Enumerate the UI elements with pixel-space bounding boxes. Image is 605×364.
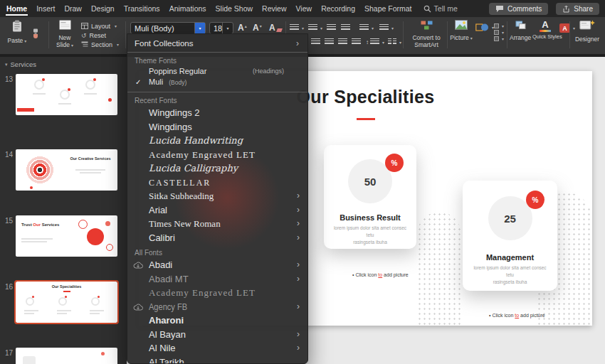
card-management[interactable]: 25 % Management lorem ipsum dolor sita a… [463, 181, 557, 291]
increase-indent-button[interactable] [341, 24, 350, 31]
card-body-line1: lorem ipsum dolor sita amet consec tetu [470, 264, 550, 279]
decrease-indent-button[interactable] [327, 24, 336, 31]
tab-shape-format[interactable]: Shape Format [364, 1, 413, 16]
line-spacing-button[interactable]: ↕▾ [366, 38, 384, 46]
decrease-font-size-button[interactable]: A▾ [253, 23, 262, 32]
tab-review[interactable]: Review [261, 1, 287, 16]
tab-slide-show[interactable]: Slide Show [215, 1, 254, 16]
card-business-result[interactable]: 50 % Business Result lorem ipsum dolor s… [324, 145, 416, 249]
format-painter-button[interactable] [31, 28, 40, 41]
font-item-abadi[interactable]: Abadi› [127, 258, 307, 272]
card-body: lorem ipsum dolor sita amet consec tetu … [470, 264, 550, 286]
font-item-academy-engraved-let-all[interactable]: Academy Engraved LET [127, 286, 307, 300]
share-icon [562, 5, 570, 13]
font-item-agency-fb[interactable]: Agency FB› [127, 300, 307, 314]
picture-button[interactable]: Picture▾ [450, 20, 473, 41]
menu-item-font-collections[interactable]: Font Collections › [127, 34, 307, 52]
arrange-button[interactable]: Arrange [510, 20, 531, 41]
shapes-button[interactable]: ▾ [475, 23, 494, 32]
font-name-combo[interactable]: Muli (Body) ▾ [130, 22, 206, 34]
font-name-dropdown-button[interactable]: ▾ [194, 23, 205, 33]
card-body-line1: lorem ipsum dolor sita amet consec tetu [331, 225, 409, 239]
chevron-down-icon: ▾ [502, 30, 504, 35]
font-item-wingdings-2[interactable]: Wingdings 2 [127, 106, 307, 120]
tab-recording[interactable]: Recording [320, 1, 356, 16]
numbering-button[interactable]: ▾ [308, 24, 322, 31]
designer-button[interactable]: Designer [572, 19, 602, 43]
tab-draw[interactable]: Draw [63, 1, 83, 16]
designer-icon [579, 19, 595, 31]
font-item-lucida-calligraphy[interactable]: Lucida Calligraphy [127, 161, 307, 176]
tab-transitions[interactable]: Transitions [123, 1, 161, 16]
tell-me-search[interactable]: Tell me [424, 4, 458, 13]
font-item-castellar[interactable]: CASTELLAR [127, 176, 307, 190]
slide-thumbnail-16-selected[interactable]: Our Specialities [16, 282, 117, 323]
share-button[interactable]: Share [556, 3, 599, 15]
align-left-button[interactable] [311, 38, 320, 46]
font-item-calibri[interactable]: Calibri› [127, 231, 307, 245]
layout-label: Layout [91, 23, 110, 30]
font-item-sitka-subheading[interactable]: Sitka Subheading› [127, 189, 307, 203]
paste-button[interactable]: Paste▾ [6, 20, 28, 44]
picture-placeholder-hint[interactable]: • Click icon to add picture [352, 272, 409, 277]
shape-fill-button[interactable]: ▾ [494, 23, 504, 29]
chevron-down-icon: ▾ [391, 26, 394, 31]
tab-insert[interactable]: Insert [36, 1, 56, 16]
font-item-wingdings[interactable]: Wingdings [127, 120, 307, 134]
layout-button[interactable]: Layout ▾ [81, 21, 119, 31]
comments-button[interactable]: Comments [489, 3, 548, 15]
tab-home[interactable]: Home [6, 1, 28, 16]
font-size-combo[interactable]: 18 ▾ [209, 22, 233, 34]
letter-a-icon: A [253, 23, 259, 32]
font-size-dropdown-button[interactable]: ▾ [222, 23, 233, 33]
convert-to-smartart-button[interactable]: Convert to SmartArt [406, 20, 446, 48]
reset-button[interactable]: ↺ Reset [81, 31, 119, 40]
tab-design[interactable]: Design [90, 1, 115, 16]
slide-thumbnail-14[interactable]: Our Creative Services [16, 149, 117, 191]
font-item-al-tarikh[interactable]: Al Tarikh [127, 355, 307, 364]
section-recent-fonts: Recent Fonts [127, 92, 307, 106]
picture-label: Picture [450, 34, 468, 41]
font-item-abadi-mt[interactable]: Abadi MT› [127, 272, 307, 287]
align-center-button[interactable] [325, 38, 334, 46]
increase-font-size-button[interactable]: A▴ [238, 23, 247, 32]
red-a-icon: A [559, 23, 570, 33]
new-slide-icon [59, 20, 71, 30]
align-justify-button[interactable] [352, 38, 361, 46]
text-direction-button[interactable]: ▾ [359, 24, 374, 31]
section-icon [81, 41, 88, 48]
slide-thumbnail-15[interactable]: Trust Our Services [16, 215, 117, 257]
tab-view[interactable]: View [295, 1, 313, 16]
chevron-down-icon: ▾ [24, 39, 26, 43]
font-item-academy-engraved-let[interactable]: Academy Engraved LET [127, 148, 307, 162]
align-text-button[interactable]: ▾ [379, 24, 394, 31]
tab-animations[interactable]: Animations [169, 1, 207, 16]
font-item-arial[interactable]: Arial› [127, 203, 307, 218]
font-item-times-new-roman[interactable]: Times New Roman› [127, 217, 307, 231]
font-item-al-bayan[interactable]: Al Bayan› [127, 328, 307, 342]
section-header-services[interactable]: ▾ Services [5, 60, 36, 68]
new-slide-button[interactable]: New Slide▾ [53, 20, 77, 48]
bullet-list-icon [290, 24, 299, 31]
slide-thumbnail-13[interactable] [16, 74, 117, 115]
align-right-button[interactable] [338, 38, 347, 46]
card-body-line2: rasingseta ibuha [353, 240, 387, 245]
picture-icon [455, 20, 468, 30]
font-item-muli-selected[interactable]: ✓ Muli (Body) [127, 77, 307, 87]
section-button[interactable]: Section ▾ [81, 40, 119, 49]
shape-outline-button[interactable]: ▾ [494, 29, 504, 36]
slide-thumbnail-17[interactable] [16, 348, 117, 364]
shape-style-stack: ▾ ▾ ▾ [494, 23, 504, 42]
font-item-lucida-handwriting[interactable]: Lucida Handwriting [127, 134, 307, 148]
clear-formatting-button[interactable]: A [269, 23, 282, 32]
columns-button[interactable]: ▾ [388, 38, 401, 46]
bullets-button[interactable]: ▾ [290, 24, 304, 31]
font-item-aharoni[interactable]: Aharoni [127, 314, 307, 328]
section-theme-fonts: Theme Fonts [127, 53, 307, 66]
quick-styles-button[interactable]: A Quick Styles [532, 20, 558, 40]
chevron-right-icon: › [297, 258, 300, 272]
font-item-poppins-regular[interactable]: Poppins Regular (Headings) [127, 66, 307, 77]
picture-placeholder-hint[interactable]: • Click icon to add picture [489, 313, 545, 318]
shape-effects-button[interactable]: ▾ [494, 36, 504, 42]
font-item-al-nile[interactable]: Al Nile› [127, 341, 307, 355]
